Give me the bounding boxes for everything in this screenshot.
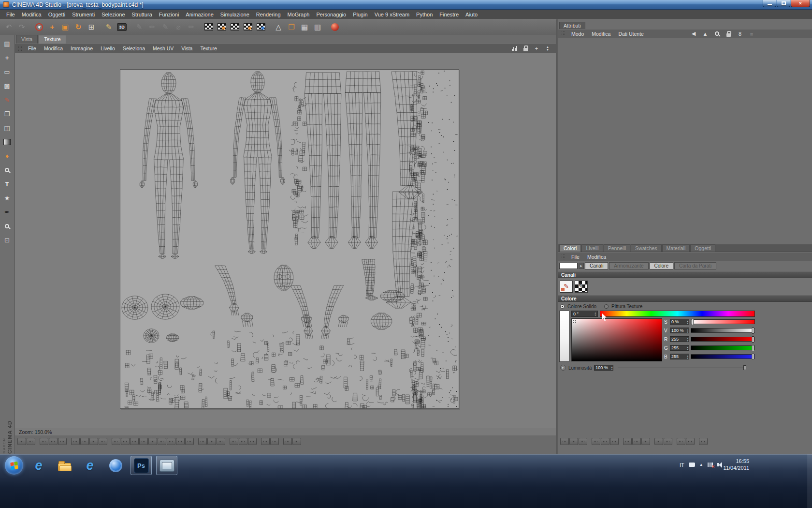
smear-tool-icon[interactable]: ✏ xyxy=(185,21,198,33)
taskbar-clock[interactable]: 16:55 11/04/2011 xyxy=(724,458,749,472)
panel-up-icon[interactable]: ▲ xyxy=(702,30,709,38)
tab-attributi[interactable]: Attributi xyxy=(559,22,585,29)
color-menu-modifica[interactable]: Modifica xyxy=(584,253,609,261)
texture-menu-texture[interactable]: Texture xyxy=(197,45,220,52)
crop-frame-icon[interactable]: ⊡ xyxy=(1,235,13,245)
small-tool-button[interactable] xyxy=(248,438,257,445)
small-tool-button[interactable] xyxy=(17,438,26,445)
swatch-expand-arrow[interactable]: ▸ xyxy=(579,263,584,269)
small-tool-button[interactable] xyxy=(239,438,247,445)
menu-struttura[interactable]: Struttura xyxy=(129,11,156,18)
uv-mesh-grid-icon[interactable]: ▦ xyxy=(298,21,311,33)
current-color-swatch[interactable] xyxy=(559,263,578,269)
small-tool-button[interactable] xyxy=(560,438,569,445)
small-tool-button[interactable] xyxy=(185,438,194,445)
small-tool-button[interactable] xyxy=(207,438,216,445)
attr-menu-modifica[interactable]: Modifica xyxy=(588,30,614,38)
link-8-icon[interactable]: 8 xyxy=(737,30,743,38)
small-tool-button[interactable] xyxy=(654,438,663,445)
small-tool-button[interactable] xyxy=(167,438,175,445)
menu-modifica[interactable]: Modifica xyxy=(18,11,45,18)
move-icon[interactable]: + xyxy=(46,21,58,33)
slider-stepper[interactable]: ▴▾ xyxy=(687,329,688,333)
slider-handle-r[interactable] xyxy=(752,336,754,343)
undo-icon[interactable]: ↶ xyxy=(2,21,15,33)
small-tool-button[interactable] xyxy=(592,438,600,445)
slider-track-s[interactable] xyxy=(691,319,755,324)
small-tool-button[interactable] xyxy=(641,438,650,445)
small-tool-button[interactable] xyxy=(158,438,166,445)
small-tool-button[interactable] xyxy=(261,438,270,445)
menu-funzioni[interactable]: Funzioni xyxy=(156,11,183,18)
menu-finestre[interactable]: Finestre xyxy=(436,11,462,18)
taskbar-app-windows-explorer[interactable] xyxy=(54,456,75,475)
eraser-icon[interactable]: ◫ xyxy=(1,123,13,133)
cube-mapping-icon[interactable]: ❐ xyxy=(285,21,298,33)
taskbar-app-screen-capture[interactable] xyxy=(156,456,177,475)
small-tool-button[interactable] xyxy=(677,438,685,445)
texture-menu-file[interactable]: File xyxy=(25,45,40,52)
small-tool-button[interactable] xyxy=(71,438,80,445)
tab-vista[interactable]: Vista xyxy=(16,35,38,44)
small-tool-button[interactable] xyxy=(217,438,225,445)
lock-panel-icon[interactable] xyxy=(725,30,732,38)
tab-swatches[interactable]: Swatches xyxy=(631,244,662,252)
channel-thumb-color[interactable] xyxy=(560,281,573,293)
tab-pennelli[interactable]: Pennelli xyxy=(604,244,630,252)
small-tool-button[interactable] xyxy=(632,438,641,445)
volume-icon[interactable] xyxy=(717,463,719,466)
scroll-updown-icon[interactable]: ▲▼ xyxy=(544,45,551,52)
panel-menu-icon[interactable]: ≡ xyxy=(748,30,755,38)
axis-lock-icon[interactable]: ⊞ xyxy=(85,21,98,33)
minimize-button[interactable] xyxy=(763,0,776,7)
tab-livelli[interactable]: Livelli xyxy=(581,244,603,252)
channel-checker-icon-5[interactable] xyxy=(255,21,267,33)
live-selection-icon[interactable] xyxy=(33,21,45,33)
tab-materiali[interactable]: Materiali xyxy=(662,244,690,252)
saturation-value-square[interactable] xyxy=(571,318,662,361)
zoom-tool-icon[interactable] xyxy=(1,221,13,231)
gradient-tool-icon[interactable] xyxy=(1,137,13,147)
small-tool-button[interactable] xyxy=(198,438,207,445)
small-tool-button[interactable] xyxy=(610,438,619,445)
slider-handle-s[interactable] xyxy=(691,319,694,325)
small-tool-button[interactable] xyxy=(80,438,89,445)
small-tool-button[interactable] xyxy=(569,438,578,445)
channel-checker-icon-4[interactable] xyxy=(242,21,254,33)
texture-menu-immagine[interactable]: Immagine xyxy=(67,45,96,52)
tray-expand-icon[interactable]: ▲ xyxy=(699,463,703,467)
text-tool-icon[interactable]: T xyxy=(1,179,13,189)
eraser-tool-icon[interactable]: ⌀ xyxy=(172,21,185,33)
brush-tool-icon[interactable]: ✏ xyxy=(146,21,159,33)
menu-file[interactable]: File xyxy=(3,11,18,18)
luminosita-expand-button[interactable]: ▸ xyxy=(560,365,566,371)
pan-view-icon[interactable]: + xyxy=(533,45,540,52)
menu-selezione[interactable]: Selezione xyxy=(98,11,128,18)
small-tool-button[interactable] xyxy=(112,438,120,445)
slider-handle-g[interactable] xyxy=(752,345,754,351)
star-shape-icon[interactable]: ★ xyxy=(1,193,13,203)
texture-menu-livello[interactable]: Livello xyxy=(97,45,118,52)
slider-handle-v[interactable] xyxy=(752,328,754,334)
small-tool-button[interactable] xyxy=(270,438,279,445)
taskbar-app-internet-explorer-2[interactable]: e xyxy=(79,456,101,475)
small-tool-button[interactable] xyxy=(601,438,609,445)
texture-menu-vista[interactable]: Vista xyxy=(178,45,196,52)
menu-animazione[interactable]: Animazione xyxy=(182,11,217,18)
mode-button-canali[interactable]: Canali xyxy=(585,262,608,269)
magnify-tool-icon[interactable] xyxy=(1,165,13,175)
hue-bar[interactable] xyxy=(600,311,755,317)
small-tool-button[interactable] xyxy=(623,438,632,445)
small-tool-button[interactable] xyxy=(230,438,238,445)
texture-viewport[interactable] xyxy=(15,53,556,428)
menu-vue-9-xstream[interactable]: Vue 9 xStream xyxy=(371,11,413,18)
luminosita-stepper[interactable]: ▴▾ xyxy=(611,366,613,371)
show-desktop-button[interactable] xyxy=(808,454,812,508)
menubar-grip[interactable] xyxy=(561,31,565,37)
attr-menu-dati-utente[interactable]: Dati Utente xyxy=(615,30,647,38)
histogram-icon[interactable] xyxy=(511,45,518,52)
taskbar-app-internet-explorer[interactable]: e xyxy=(28,456,49,475)
slider-track-r[interactable] xyxy=(691,337,755,342)
mode-button-armonizzante[interactable]: Armonizzante xyxy=(609,262,648,269)
luminosita-slider[interactable] xyxy=(618,365,746,371)
